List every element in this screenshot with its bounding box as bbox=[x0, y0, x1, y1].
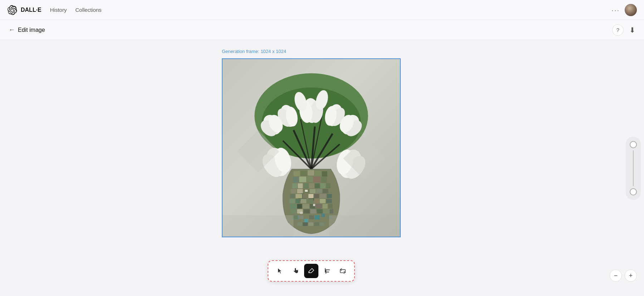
svg-rect-44 bbox=[298, 183, 303, 188]
slider-track bbox=[633, 150, 634, 186]
collections-link[interactable]: Collections bbox=[75, 5, 101, 14]
svg-rect-86 bbox=[323, 209, 329, 214]
svg-rect-88 bbox=[305, 190, 308, 192]
download-icon: ⬇ bbox=[629, 26, 635, 34]
svg-rect-40 bbox=[307, 176, 313, 182]
svg-rect-63 bbox=[308, 194, 313, 198]
eraser-icon bbox=[308, 268, 314, 274]
svg-rect-72 bbox=[320, 199, 326, 203]
svg-rect-33 bbox=[293, 171, 300, 176]
svg-rect-35 bbox=[308, 170, 314, 175]
hand-tool-button[interactable] bbox=[288, 264, 303, 278]
avatar[interactable] bbox=[625, 4, 637, 16]
svg-rect-62 bbox=[303, 194, 308, 198]
svg-rect-41 bbox=[313, 176, 321, 182]
svg-rect-45 bbox=[303, 183, 308, 188]
crop-icon bbox=[324, 268, 330, 274]
painting-svg bbox=[223, 59, 400, 237]
svg-rect-61 bbox=[296, 194, 302, 198]
logo[interactable]: DALL·E bbox=[7, 5, 42, 15]
history-link[interactable]: History bbox=[50, 5, 67, 14]
svg-rect-103 bbox=[320, 222, 324, 226]
svg-rect-57 bbox=[316, 189, 322, 193]
svg-rect-101 bbox=[308, 222, 313, 226]
svg-rect-64 bbox=[314, 194, 319, 198]
svg-rect-53 bbox=[291, 189, 296, 193]
svg-rect-60 bbox=[290, 194, 295, 198]
zoom-in-button[interactable]: + bbox=[625, 270, 637, 282]
svg-rect-96 bbox=[298, 215, 303, 219]
svg-rect-58 bbox=[323, 189, 328, 193]
eraser-tool-button[interactable] bbox=[304, 264, 318, 278]
hand-icon bbox=[292, 268, 299, 274]
svg-rect-97 bbox=[309, 215, 314, 219]
svg-rect-76 bbox=[303, 204, 309, 209]
svg-rect-99 bbox=[297, 222, 302, 226]
top-nav: DALL·E History Collections ··· bbox=[0, 0, 644, 20]
svg-rect-47 bbox=[315, 183, 320, 188]
svg-rect-100 bbox=[303, 222, 308, 226]
svg-rect-46 bbox=[309, 183, 314, 188]
svg-rect-42 bbox=[321, 177, 327, 183]
svg-rect-67 bbox=[289, 199, 295, 203]
avatar-image bbox=[625, 4, 637, 16]
svg-rect-69 bbox=[301, 199, 306, 203]
svg-rect-70 bbox=[307, 199, 313, 203]
svg-rect-90 bbox=[300, 212, 303, 214]
generation-frame-label: Generation frame: 1024 x 1024 bbox=[222, 49, 286, 54]
svg-rect-38 bbox=[293, 177, 298, 183]
slider-top-handle[interactable] bbox=[630, 141, 637, 148]
crop-tool-button[interactable] bbox=[320, 264, 334, 278]
zoom-controls: − + bbox=[610, 270, 637, 282]
nav-right: ··· bbox=[611, 4, 637, 16]
svg-rect-106 bbox=[223, 215, 293, 237]
image-frame bbox=[222, 58, 401, 237]
svg-rect-36 bbox=[315, 170, 321, 176]
svg-rect-48 bbox=[321, 183, 326, 188]
download-button[interactable]: ⬇ bbox=[629, 26, 635, 34]
svg-rect-87 bbox=[330, 209, 333, 214]
svg-rect-68 bbox=[296, 199, 300, 203]
right-panel bbox=[623, 40, 644, 296]
svg-rect-71 bbox=[314, 199, 319, 203]
svg-rect-81 bbox=[291, 209, 296, 214]
svg-rect-56 bbox=[310, 189, 316, 193]
svg-rect-75 bbox=[297, 204, 302, 209]
expand-icon bbox=[340, 268, 346, 274]
slider-bottom-handle[interactable] bbox=[630, 188, 637, 195]
expand-tool-button[interactable] bbox=[336, 264, 350, 278]
svg-rect-80 bbox=[328, 204, 333, 209]
svg-rect-102 bbox=[314, 222, 319, 226]
zoom-out-button[interactable]: − bbox=[610, 270, 622, 282]
svg-rect-92 bbox=[315, 215, 320, 219]
svg-rect-34 bbox=[301, 171, 307, 176]
svg-rect-39 bbox=[299, 176, 306, 182]
svg-rect-49 bbox=[326, 183, 331, 188]
svg-rect-74 bbox=[290, 204, 296, 209]
svg-rect-73 bbox=[326, 199, 332, 203]
subheader-actions: ? ⬇ bbox=[612, 24, 635, 36]
svg-rect-93 bbox=[304, 219, 308, 222]
openai-icon bbox=[7, 5, 17, 15]
logo-text: DALL·E bbox=[21, 7, 42, 13]
help-icon: ? bbox=[616, 27, 619, 33]
svg-rect-65 bbox=[320, 194, 326, 198]
back-arrow-icon: ← bbox=[9, 26, 15, 34]
subheader: ← Edit image ? ⬇ bbox=[0, 20, 644, 40]
help-button[interactable]: ? bbox=[612, 24, 624, 36]
svg-rect-43 bbox=[292, 183, 297, 188]
svg-rect-54 bbox=[297, 189, 303, 193]
svg-rect-84 bbox=[311, 209, 316, 214]
svg-rect-89 bbox=[313, 204, 315, 206]
svg-rect-83 bbox=[303, 209, 310, 214]
brush-size-slider[interactable] bbox=[626, 137, 641, 200]
edit-image-label: Edit image bbox=[18, 27, 45, 33]
select-icon bbox=[277, 268, 283, 274]
more-options-button[interactable]: ··· bbox=[611, 6, 620, 14]
select-tool-button[interactable] bbox=[273, 264, 287, 278]
svg-rect-59 bbox=[329, 189, 334, 193]
svg-rect-79 bbox=[323, 204, 328, 209]
main-area: Generation frame: 1024 x 1024 bbox=[0, 40, 644, 296]
toolbar bbox=[268, 260, 355, 282]
back-button[interactable]: ← Edit image bbox=[9, 26, 45, 34]
